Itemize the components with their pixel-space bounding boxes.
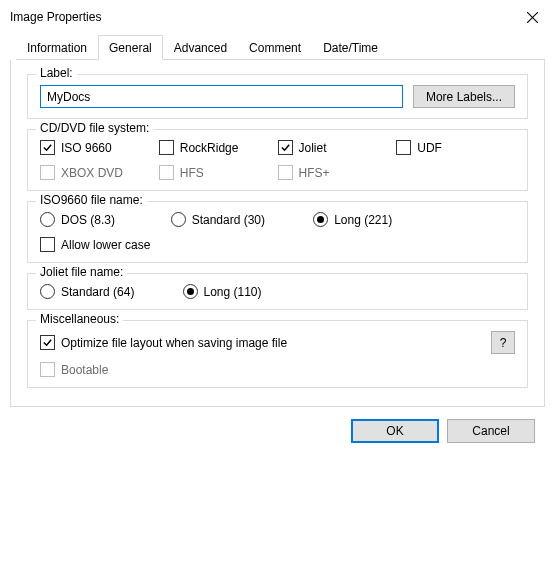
group-filesystem-legend: CD/DVD file system: xyxy=(36,121,153,135)
close-icon xyxy=(527,12,538,23)
radio-dot-icon xyxy=(317,216,324,223)
group-iso-filename: ISO9660 file name: DOS (8.3) Standard (3… xyxy=(27,201,528,263)
tab-comment[interactable]: Comment xyxy=(238,35,312,60)
radio-iso-dos[interactable]: DOS (8.3) xyxy=(40,212,171,227)
checkbox-hfsplus: HFS+ xyxy=(278,165,397,180)
checkbox-hfs: HFS xyxy=(159,165,278,180)
radio-joliet-long[interactable]: Long (110) xyxy=(183,284,326,299)
group-label-legend: Label: xyxy=(36,66,77,80)
check-icon xyxy=(42,142,53,153)
group-filesystem: CD/DVD file system: ISO 9660 RockRidge J… xyxy=(27,129,528,191)
group-misc: Miscellaneous: Optimize file layout when… xyxy=(27,320,528,388)
radio-iso-standard-label: Standard (30) xyxy=(192,213,265,227)
checkbox-joliet-label: Joliet xyxy=(299,141,327,155)
check-icon xyxy=(280,142,291,153)
checkbox-hfsplus-label: HFS+ xyxy=(299,166,330,180)
cancel-button[interactable]: Cancel xyxy=(447,419,535,443)
radio-iso-long-label: Long (221) xyxy=(334,213,392,227)
checkbox-optimize[interactable]: Optimize file layout when saving image f… xyxy=(40,335,287,350)
checkbox-iso9660-label: ISO 9660 xyxy=(61,141,112,155)
radio-joliet-standard[interactable]: Standard (64) xyxy=(40,284,183,299)
tab-datetime[interactable]: Date/Time xyxy=(312,35,389,60)
window-title: Image Properties xyxy=(10,10,101,24)
checkbox-udf[interactable]: UDF xyxy=(396,140,515,155)
ok-button[interactable]: OK xyxy=(351,419,439,443)
radio-iso-dos-label: DOS (8.3) xyxy=(61,213,115,227)
checkbox-bootable-label: Bootable xyxy=(61,363,108,377)
checkbox-optimize-label: Optimize file layout when saving image f… xyxy=(61,336,287,350)
checkbox-xboxdvd-label: XBOX DVD xyxy=(61,166,123,180)
radio-joliet-long-label: Long (110) xyxy=(204,285,262,299)
checkbox-udf-label: UDF xyxy=(417,141,442,155)
checkbox-lowercase-label: Allow lower case xyxy=(61,238,150,252)
checkbox-lowercase[interactable]: Allow lower case xyxy=(40,237,515,252)
tab-information[interactable]: Information xyxy=(16,35,98,60)
checkbox-bootable: Bootable xyxy=(40,362,515,377)
radio-dot-icon xyxy=(187,288,194,295)
more-labels-button[interactable]: More Labels... xyxy=(413,85,515,108)
help-button[interactable]: ? xyxy=(491,331,515,354)
checkbox-hfs-label: HFS xyxy=(180,166,204,180)
group-misc-legend: Miscellaneous: xyxy=(36,312,123,326)
tabstrip: Information General Advanced Comment Dat… xyxy=(16,34,545,60)
check-icon xyxy=(42,337,53,348)
checkbox-rockridge[interactable]: RockRidge xyxy=(159,140,278,155)
checkbox-joliet[interactable]: Joliet xyxy=(278,140,397,155)
radio-iso-standard[interactable]: Standard (30) xyxy=(171,212,314,227)
tab-advanced[interactable]: Advanced xyxy=(163,35,238,60)
group-joliet-filename: Joliet file name: Standard (64) Long (11… xyxy=(27,273,528,310)
label-input[interactable] xyxy=(40,85,403,108)
group-iso-filename-legend: ISO9660 file name: xyxy=(36,193,147,207)
group-label: Label: More Labels... xyxy=(27,74,528,119)
tab-panel-general: Label: More Labels... CD/DVD file system… xyxy=(10,60,545,407)
group-joliet-filename-legend: Joliet file name: xyxy=(36,265,127,279)
tab-general[interactable]: General xyxy=(98,35,163,60)
checkbox-iso9660[interactable]: ISO 9660 xyxy=(40,140,159,155)
checkbox-rockridge-label: RockRidge xyxy=(180,141,239,155)
close-button[interactable] xyxy=(523,8,541,26)
radio-joliet-standard-label: Standard (64) xyxy=(61,285,134,299)
radio-iso-long[interactable]: Long (221) xyxy=(313,212,456,227)
checkbox-xboxdvd: XBOX DVD xyxy=(40,165,159,180)
